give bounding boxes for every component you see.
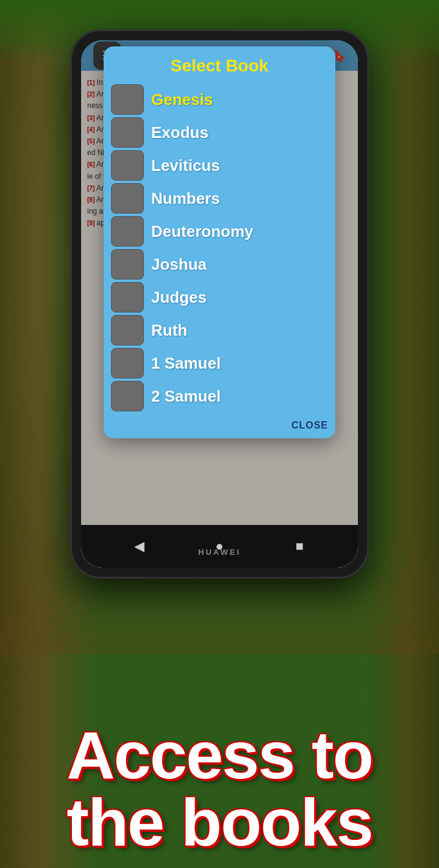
book-thumbnail-9 bbox=[111, 348, 144, 378]
book-name-1: Genesis bbox=[151, 90, 213, 109]
book-thumbnail-2 bbox=[111, 117, 144, 148]
book-thumbnail-3 bbox=[111, 150, 144, 181]
book-thumbnail-6 bbox=[111, 249, 144, 280]
book-thumbnail-10 bbox=[111, 381, 144, 411]
book-list: GenesisExodusLeviticusNumbersDeuteronomy… bbox=[111, 84, 328, 411]
book-name-3: Leviticus bbox=[151, 156, 220, 175]
book-item[interactable]: Leviticus bbox=[111, 150, 328, 181]
book-item[interactable]: Joshua bbox=[111, 249, 328, 280]
book-item[interactable]: Ruth bbox=[111, 315, 328, 345]
promo-line1: Access to bbox=[0, 722, 439, 789]
modal-overlay: Select Book GenesisExodusLeviticusNumber… bbox=[81, 40, 358, 568]
book-select-modal: Select Book GenesisExodusLeviticusNumber… bbox=[104, 46, 335, 438]
book-thumbnail-7 bbox=[111, 282, 144, 313]
book-item[interactable]: 1 Samuel bbox=[111, 348, 328, 378]
modal-footer: CLOSE bbox=[111, 418, 328, 431]
promo-text-container: Access to the books bbox=[0, 722, 439, 856]
book-item[interactable]: Genesis bbox=[111, 84, 328, 115]
book-name-9: 1 Samuel bbox=[151, 354, 221, 373]
book-item[interactable]: Exodus bbox=[111, 117, 328, 148]
modal-title: Select Book bbox=[111, 56, 328, 76]
book-thumbnail-8 bbox=[111, 315, 144, 345]
recent-icon: ■ bbox=[296, 538, 304, 554]
book-item[interactable]: Numbers bbox=[111, 183, 328, 214]
book-name-5: Deuteronomy bbox=[151, 222, 254, 241]
book-name-6: Joshua bbox=[151, 255, 207, 274]
book-name-7: Judges bbox=[151, 288, 207, 307]
phone-screen: ☰ ★ 🔖 [1] In the beginning God created t… bbox=[81, 40, 358, 568]
close-button[interactable]: CLOSE bbox=[291, 420, 328, 431]
back-icon: ◀ bbox=[134, 538, 145, 554]
book-thumbnail-5 bbox=[111, 216, 144, 247]
book-item[interactable]: Deuteronomy bbox=[111, 216, 328, 247]
nav-bar: ◀ ● ■ bbox=[81, 525, 358, 568]
brand-label: HUAWEI bbox=[198, 548, 241, 557]
back-button[interactable]: ◀ bbox=[127, 533, 152, 559]
book-item[interactable]: Judges bbox=[111, 282, 328, 313]
book-thumbnail-1 bbox=[111, 84, 144, 115]
book-name-4: Numbers bbox=[151, 189, 220, 208]
book-thumbnail-4 bbox=[111, 183, 144, 214]
book-item[interactable]: 2 Samuel bbox=[111, 381, 328, 411]
book-name-8: Ruth bbox=[151, 321, 187, 340]
recent-apps-button[interactable]: ■ bbox=[287, 533, 312, 559]
promo-line2: the books bbox=[0, 789, 439, 856]
book-name-2: Exodus bbox=[151, 123, 209, 142]
book-name-10: 2 Samuel bbox=[151, 387, 221, 406]
phone-device: ☰ ★ 🔖 [1] In the beginning God created t… bbox=[70, 29, 369, 579]
